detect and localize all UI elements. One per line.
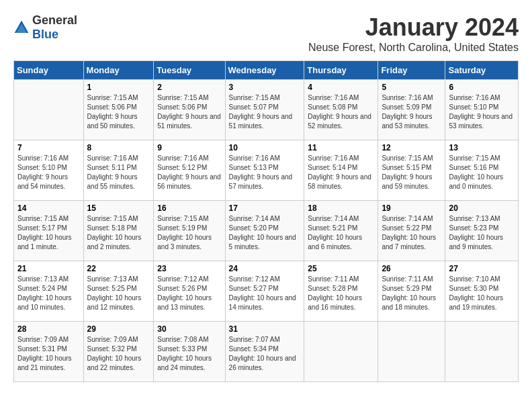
day-info: Sunrise: 7:11 AM Sunset: 5:29 PM Dayligh… — [382, 275, 441, 312]
day-number: 30 — [157, 324, 221, 334]
cell-w3-d1: 14 Sunrise: 7:15 AM Sunset: 5:17 PM Dayl… — [14, 201, 84, 261]
day-info: Sunrise: 7:16 AM Sunset: 5:12 PM Dayligh… — [157, 154, 221, 191]
day-number: 1 — [87, 83, 150, 92]
day-number: 24 — [229, 264, 301, 273]
day-number: 8 — [87, 143, 150, 152]
logo: General Blue — [13, 13, 77, 42]
day-info: Sunrise: 7:08 AM Sunset: 5:33 PM Dayligh… — [157, 335, 221, 373]
col-wednesday: Wednesday — [225, 61, 304, 80]
day-info: Sunrise: 7:10 AM Sunset: 5:30 PM Dayligh… — [449, 275, 515, 312]
cell-w4-d6: 26 Sunrise: 7:11 AM Sunset: 5:29 PM Dayl… — [378, 261, 445, 322]
cell-w1-d5: 4 Sunrise: 7:16 AM Sunset: 5:08 PM Dayli… — [304, 80, 378, 140]
col-thursday: Thursday — [304, 61, 378, 80]
day-info: Sunrise: 7:16 AM Sunset: 5:10 PM Dayligh… — [449, 93, 515, 131]
day-number: 19 — [382, 203, 441, 213]
day-number: 25 — [308, 264, 374, 273]
day-info: Sunrise: 7:16 AM Sunset: 5:09 PM Dayligh… — [382, 93, 441, 131]
cell-w2-d2: 8 Sunrise: 7:16 AM Sunset: 5:11 PM Dayli… — [83, 140, 154, 201]
day-info: Sunrise: 7:16 AM Sunset: 5:10 PM Dayligh… — [17, 154, 80, 191]
col-monday: Monday — [83, 61, 154, 80]
day-info: Sunrise: 7:12 AM Sunset: 5:26 PM Dayligh… — [157, 275, 221, 312]
day-number: 6 — [449, 83, 515, 92]
day-number: 12 — [382, 143, 441, 152]
cell-w4-d1: 21 Sunrise: 7:13 AM Sunset: 5:24 PM Dayl… — [14, 261, 84, 322]
day-info: Sunrise: 7:15 AM Sunset: 5:06 PM Dayligh… — [87, 93, 150, 131]
calendar-table: Sunday Monday Tuesday Wednesday Thursday… — [13, 60, 519, 382]
cell-w5-d5 — [304, 322, 378, 382]
cell-w2-d3: 9 Sunrise: 7:16 AM Sunset: 5:12 PM Dayli… — [154, 140, 225, 201]
cell-w2-d7: 13 Sunrise: 7:15 AM Sunset: 5:16 PM Dayl… — [445, 140, 519, 201]
day-number: 31 — [229, 324, 301, 334]
day-info: Sunrise: 7:16 AM Sunset: 5:11 PM Dayligh… — [87, 154, 150, 191]
cell-w2-d4: 10 Sunrise: 7:16 AM Sunset: 5:13 PM Dayl… — [225, 140, 304, 201]
day-info: Sunrise: 7:09 AM Sunset: 5:32 PM Dayligh… — [87, 335, 150, 373]
day-info: Sunrise: 7:15 AM Sunset: 5:18 PM Dayligh… — [87, 214, 150, 252]
cell-w2-d6: 12 Sunrise: 7:15 AM Sunset: 5:15 PM Dayl… — [378, 140, 445, 201]
cell-w4-d5: 25 Sunrise: 7:11 AM Sunset: 5:28 PM Dayl… — [304, 261, 378, 322]
cell-w1-d1 — [14, 80, 84, 140]
day-number: 3 — [229, 83, 301, 92]
header: General Blue January 2024 Neuse Forest, … — [13, 13, 519, 54]
day-number: 21 — [17, 264, 80, 273]
week-row-2: 7 Sunrise: 7:16 AM Sunset: 5:10 PM Dayli… — [14, 140, 519, 201]
day-info: Sunrise: 7:14 AM Sunset: 5:20 PM Dayligh… — [229, 214, 301, 252]
cell-w5-d4: 31 Sunrise: 7:07 AM Sunset: 5:34 PM Dayl… — [225, 322, 304, 382]
logo-text: General Blue — [32, 13, 77, 42]
day-info: Sunrise: 7:13 AM Sunset: 5:23 PM Dayligh… — [449, 214, 515, 252]
day-number: 14 — [17, 203, 80, 213]
header-row: Sunday Monday Tuesday Wednesday Thursday… — [14, 61, 519, 80]
title-section: January 2024 Neuse Forest, North Carolin… — [308, 13, 519, 54]
week-row-1: 1 Sunrise: 7:15 AM Sunset: 5:06 PM Dayli… — [14, 80, 519, 140]
cell-w4-d2: 22 Sunrise: 7:13 AM Sunset: 5:25 PM Dayl… — [83, 261, 154, 322]
cell-w2-d1: 7 Sunrise: 7:16 AM Sunset: 5:10 PM Dayli… — [14, 140, 84, 201]
day-number: 5 — [382, 83, 441, 92]
day-info: Sunrise: 7:13 AM Sunset: 5:24 PM Dayligh… — [17, 275, 80, 312]
day-number: 15 — [87, 203, 150, 213]
day-info: Sunrise: 7:12 AM Sunset: 5:27 PM Dayligh… — [229, 275, 301, 312]
day-number: 9 — [157, 143, 221, 152]
day-number: 2 — [157, 83, 221, 92]
cell-w3-d5: 18 Sunrise: 7:14 AM Sunset: 5:21 PM Dayl… — [304, 201, 378, 261]
day-info: Sunrise: 7:14 AM Sunset: 5:21 PM Dayligh… — [308, 214, 374, 252]
cell-w3-d2: 15 Sunrise: 7:15 AM Sunset: 5:18 PM Dayl… — [83, 201, 154, 261]
day-number: 28 — [17, 324, 80, 334]
day-info: Sunrise: 7:16 AM Sunset: 5:13 PM Dayligh… — [229, 154, 301, 191]
day-info: Sunrise: 7:16 AM Sunset: 5:14 PM Dayligh… — [308, 154, 374, 191]
cell-w3-d7: 20 Sunrise: 7:13 AM Sunset: 5:23 PM Dayl… — [445, 201, 519, 261]
cell-w4-d3: 23 Sunrise: 7:12 AM Sunset: 5:26 PM Dayl… — [154, 261, 225, 322]
day-number: 26 — [382, 264, 441, 273]
day-number: 27 — [449, 264, 515, 273]
day-number: 11 — [308, 143, 374, 152]
day-number: 18 — [308, 203, 374, 213]
day-number: 23 — [157, 264, 221, 273]
col-saturday: Saturday — [445, 61, 519, 80]
cell-w4-d7: 27 Sunrise: 7:10 AM Sunset: 5:30 PM Dayl… — [445, 261, 519, 322]
day-info: Sunrise: 7:13 AM Sunset: 5:25 PM Dayligh… — [87, 275, 150, 312]
col-friday: Friday — [378, 61, 445, 80]
day-info: Sunrise: 7:15 AM Sunset: 5:15 PM Dayligh… — [382, 154, 441, 191]
day-number: 7 — [17, 143, 80, 152]
cell-w5-d6 — [378, 322, 445, 382]
cell-w5-d2: 29 Sunrise: 7:09 AM Sunset: 5:32 PM Dayl… — [83, 322, 154, 382]
day-info: Sunrise: 7:11 AM Sunset: 5:28 PM Dayligh… — [308, 275, 374, 312]
day-info: Sunrise: 7:16 AM Sunset: 5:08 PM Dayligh… — [308, 93, 374, 131]
cell-w1-d2: 1 Sunrise: 7:15 AM Sunset: 5:06 PM Dayli… — [83, 80, 154, 140]
day-info: Sunrise: 7:15 AM Sunset: 5:16 PM Dayligh… — [449, 154, 515, 191]
col-sunday: Sunday — [14, 61, 84, 80]
cell-w2-d5: 11 Sunrise: 7:16 AM Sunset: 5:14 PM Dayl… — [304, 140, 378, 201]
day-info: Sunrise: 7:09 AM Sunset: 5:31 PM Dayligh… — [17, 335, 80, 373]
subtitle: Neuse Forest, North Carolina, United Sta… — [308, 42, 519, 54]
cell-w1-d7: 6 Sunrise: 7:16 AM Sunset: 5:10 PM Dayli… — [445, 80, 519, 140]
day-info: Sunrise: 7:15 AM Sunset: 5:19 PM Dayligh… — [157, 214, 221, 252]
main-title: January 2024 — [308, 13, 519, 42]
day-number: 17 — [229, 203, 301, 213]
cell-w1-d6: 5 Sunrise: 7:16 AM Sunset: 5:09 PM Dayli… — [378, 80, 445, 140]
day-number: 16 — [157, 203, 221, 213]
cell-w3-d4: 17 Sunrise: 7:14 AM Sunset: 5:20 PM Dayl… — [225, 201, 304, 261]
cell-w1-d3: 2 Sunrise: 7:15 AM Sunset: 5:06 PM Dayli… — [154, 80, 225, 140]
day-info: Sunrise: 7:07 AM Sunset: 5:34 PM Dayligh… — [229, 335, 301, 373]
week-row-4: 21 Sunrise: 7:13 AM Sunset: 5:24 PM Dayl… — [14, 261, 519, 322]
cell-w5-d3: 30 Sunrise: 7:08 AM Sunset: 5:33 PM Dayl… — [154, 322, 225, 382]
logo-general: General — [32, 13, 77, 27]
cell-w1-d4: 3 Sunrise: 7:15 AM Sunset: 5:07 PM Dayli… — [225, 80, 304, 140]
